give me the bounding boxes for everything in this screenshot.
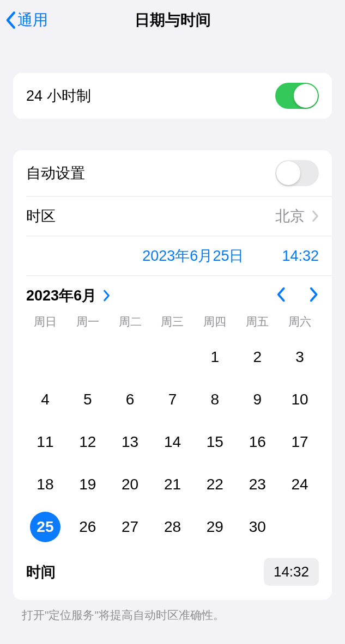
calendar-day[interactable]: 10 [279,378,321,421]
chevron-left-icon [275,287,286,302]
calendar-day[interactable]: 24 [279,463,321,506]
weekday-label: 周六 [279,314,321,329]
calendar-day[interactable]: 18 [24,463,66,506]
selected-time[interactable]: 14:32 [282,248,319,265]
toggle-24hour[interactable] [275,83,319,109]
calendar-day[interactable]: 16 [236,421,279,463]
calendar-day[interactable]: 14 [152,421,194,463]
calendar-empty [66,336,109,378]
calendar-day[interactable]: 20 [109,463,152,506]
chevron-right-icon [308,287,319,302]
calendar-day[interactable]: 25 [24,506,66,548]
calendar-day[interactable]: 30 [236,506,279,548]
calendar-day[interactable]: 6 [109,378,152,421]
calendar-empty [24,336,66,378]
weekday-label: 周四 [193,314,236,329]
row-datetime: 2023年6月25日 14:32 [13,236,332,275]
back-label: 通用 [17,10,48,30]
label-autoset: 自动设置 [26,163,85,183]
calendar-day[interactable]: 1 [193,336,236,378]
calendar-day[interactable]: 9 [236,378,279,421]
month-label: 2023年6月 [26,286,96,305]
weekday-label: 周二 [109,314,152,329]
month-picker[interactable]: 2023年6月 [26,286,111,305]
calendar-day[interactable]: 4 [24,378,66,421]
calendar-day[interactable]: 22 [193,463,236,506]
toggle-autoset[interactable] [275,160,319,186]
calendar-day[interactable]: 23 [236,463,279,506]
calendar-day[interactable]: 15 [193,421,236,463]
calendar-day[interactable]: 7 [152,378,194,421]
calendar-empty [109,336,152,378]
calendar-day[interactable]: 8 [193,378,236,421]
calendar-day[interactable]: 11 [24,421,66,463]
chevron-left-icon [4,11,16,29]
label-time: 时间 [26,562,56,582]
chevron-right-icon [102,290,111,302]
row-timezone[interactable]: 时区 北京 [13,197,332,236]
row-autoset: 自动设置 [13,150,332,196]
weekday-label: 周一 [66,314,109,329]
calendar-day[interactable]: 13 [109,421,152,463]
calendar-day[interactable]: 28 [152,506,194,548]
calendar-day[interactable]: 17 [279,421,321,463]
calendar-day[interactable]: 12 [66,421,109,463]
calendar-day[interactable]: 2 [236,336,279,378]
weekday-label: 周三 [152,314,194,329]
weekday-label: 周日 [24,314,66,329]
label-timezone: 时区 [26,206,56,226]
selected-date[interactable]: 2023年6月25日 [142,246,244,266]
time-picker[interactable]: 14:32 [264,558,319,586]
calendar-day[interactable]: 27 [109,506,152,548]
calendar-day[interactable]: 5 [66,378,109,421]
weekday-label: 周五 [236,314,279,329]
calendar-day[interactable]: 29 [193,506,236,548]
label-24hour: 24 小时制 [26,86,91,106]
calendar-day[interactable]: 26 [66,506,109,548]
row-time: 时间 14:32 [13,548,332,600]
row-24hour: 24 小时制 [13,73,332,119]
value-timezone: 北京 [275,206,305,226]
prev-month-button[interactable] [275,287,286,304]
calendar-day[interactable]: 19 [66,463,109,506]
back-button[interactable]: 通用 [4,10,48,30]
calendar-empty [152,336,194,378]
footnote: 打开"定位服务"将提高自动时区准确性。 [22,608,323,623]
calendar-day[interactable]: 3 [279,336,321,378]
chevron-right-icon [311,210,319,222]
calendar-day[interactable]: 21 [152,463,194,506]
page-title: 日期与时间 [135,10,211,30]
next-month-button[interactable] [308,287,319,304]
